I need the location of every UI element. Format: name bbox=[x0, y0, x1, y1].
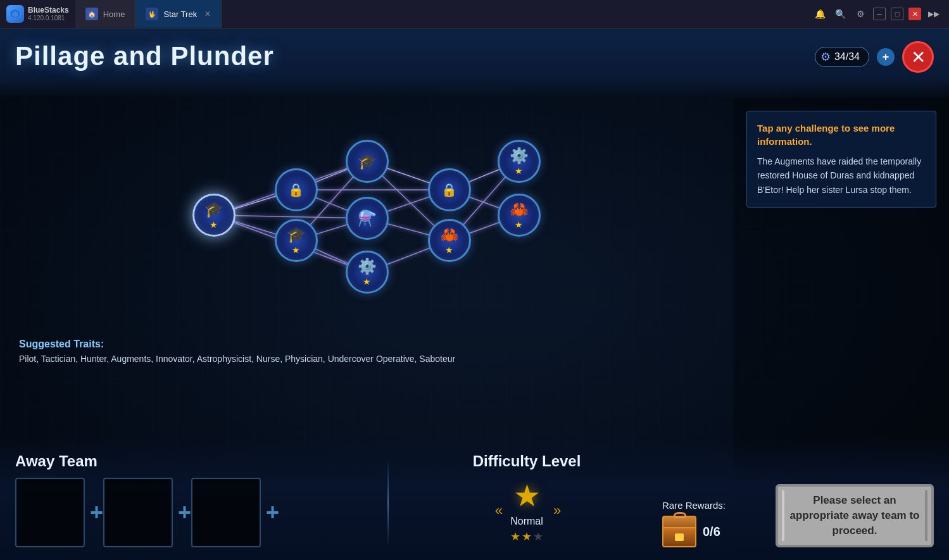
node-4-icon: ⚙️ bbox=[358, 258, 377, 275]
node-1-icon: 🎓 bbox=[204, 201, 223, 218]
node-8-icon: ⚙️ bbox=[510, 147, 529, 165]
diff-star-3: ★ bbox=[533, 530, 543, 544]
synergy-badge: ⚙ 34/34 bbox=[815, 47, 869, 67]
separator bbox=[387, 459, 389, 547]
notification-icon[interactable]: 🔔 bbox=[812, 6, 827, 22]
rare-reward-item: 0/6 bbox=[662, 516, 720, 547]
node-1-star: ★ bbox=[210, 220, 218, 230]
tab-startrek-label: Star Trek bbox=[163, 9, 197, 19]
node-9-star: ★ bbox=[445, 245, 453, 255]
difficulty-display: ★ Normal ★ ★ ★ bbox=[510, 478, 543, 544]
svg-line-6 bbox=[214, 215, 367, 218]
node-3-star: ★ bbox=[292, 245, 300, 255]
challenge-node-5[interactable]: 🎓 bbox=[346, 140, 389, 183]
add-synergy-button[interactable]: + bbox=[877, 48, 895, 66]
member-slots: + + + bbox=[15, 478, 382, 547]
proceed-button[interactable]: Please select an appropriate away team t… bbox=[776, 484, 934, 547]
traits-text: Pilot, Tactician, Hunter, Augments, Inno… bbox=[19, 352, 721, 366]
window-controls: 🔔 🔍 ⚙ ─ □ ✕ ▶▶ bbox=[812, 6, 949, 22]
tab-home-label: Home bbox=[103, 9, 125, 19]
away-team-slot-2[interactable] bbox=[103, 478, 173, 547]
difficulty-controls: « ★ Normal ★ ★ ★ » bbox=[406, 478, 647, 544]
node-10-star: ★ bbox=[515, 220, 523, 230]
challenge-network: 🎓 ★ 🔒 🎓 ★ ⚙️ ★ bbox=[171, 104, 563, 320]
slot-plus-1: + bbox=[90, 499, 103, 526]
mission-title: Pillage and Plunder bbox=[15, 41, 274, 72]
difficulty-title: Difficulty Level bbox=[406, 452, 647, 470]
proceed-button-text: Please select an appropriate away team t… bbox=[778, 493, 931, 538]
synergy-value: 34/34 bbox=[834, 51, 860, 63]
away-team-slot-1[interactable] bbox=[15, 478, 85, 547]
close-window-button[interactable]: ✕ bbox=[908, 8, 921, 20]
chest-body bbox=[662, 527, 696, 547]
rare-count: 0/6 bbox=[703, 525, 720, 539]
search-icon[interactable]: 🔍 bbox=[833, 6, 848, 22]
close-mission-button[interactable]: ✕ bbox=[902, 41, 934, 73]
away-team-slot-3[interactable] bbox=[191, 478, 261, 547]
node-7-icon: 🔒 bbox=[441, 182, 457, 197]
minimize-button[interactable]: ─ bbox=[873, 8, 886, 20]
chest-icon bbox=[662, 516, 698, 547]
slot-plus-2: + bbox=[178, 499, 191, 526]
header-controls: ⚙ 34/34 + ✕ bbox=[815, 41, 934, 73]
header-bar: Pillage and Plunder ⚙ 34/34 + ✕ bbox=[0, 28, 949, 98]
maximize-button[interactable]: □ bbox=[891, 8, 903, 20]
challenge-node-9[interactable]: 🦀 ★ bbox=[428, 219, 471, 262]
home-tab-icon: 🏠 bbox=[85, 8, 98, 20]
traits-label: Suggested Traits: bbox=[19, 339, 721, 350]
difficulty-level-label: Normal bbox=[510, 516, 543, 527]
info-box: Tap any challenge to see more informatio… bbox=[746, 111, 936, 208]
away-team-title: Away Team bbox=[15, 452, 382, 470]
synergy-icon: ⚙ bbox=[820, 50, 831, 64]
game-area: Pillage and Plunder ⚙ 34/34 + ✕ bbox=[0, 28, 949, 560]
settings-icon[interactable]: ⚙ bbox=[853, 6, 868, 22]
bluestacks-logo bbox=[6, 5, 24, 23]
node-3-icon: 🎓 bbox=[287, 226, 306, 244]
rare-rewards-section: Rare Rewards: 0/6 bbox=[647, 452, 726, 547]
rare-rewards-label: Rare Rewards: bbox=[662, 500, 726, 511]
difficulty-stars-row: ★ ★ ★ bbox=[510, 530, 543, 544]
app-name-text: BlueStacks 4.120.0.1081 bbox=[28, 6, 69, 22]
difficulty-section: Difficulty Level « ★ Normal ★ ★ ★ » bbox=[394, 452, 647, 547]
info-description: The Augments have raided the temporally … bbox=[757, 154, 926, 197]
expand-icon[interactable]: ▶▶ bbox=[926, 6, 941, 22]
tab-home[interactable]: 🏠 Home bbox=[75, 0, 136, 28]
titlebar: BlueStacks 4.120.0.1081 🏠 Home 🖖 Star Tr… bbox=[0, 0, 949, 28]
difficulty-next-button[interactable]: » bbox=[553, 502, 558, 519]
node-5-icon: 🎓 bbox=[358, 152, 377, 170]
challenge-node-6[interactable]: ⚗️ bbox=[346, 197, 389, 240]
startrek-tab-icon: 🖖 bbox=[146, 8, 158, 20]
node-8-star: ★ bbox=[515, 166, 523, 176]
proceed-section: Please select an appropriate away team t… bbox=[726, 452, 934, 547]
diff-star-2: ★ bbox=[522, 530, 532, 544]
traits-section: Suggested Traits: Pilot, Tactician, Hunt… bbox=[13, 332, 721, 370]
node-2-icon: 🔒 bbox=[288, 182, 304, 197]
node-9-icon: 🦀 bbox=[440, 226, 459, 244]
challenge-node-8[interactable]: ⚙️ ★ bbox=[498, 140, 541, 183]
challenge-node-10[interactable]: 🦀 ★ bbox=[498, 194, 541, 237]
chest-lock bbox=[675, 533, 684, 541]
challenge-node-1[interactable]: 🎓 ★ bbox=[192, 194, 236, 237]
tab-close[interactable]: ✕ bbox=[204, 9, 211, 18]
bottom-section: Away Team + + + bbox=[0, 437, 949, 560]
difficulty-prev-button[interactable]: « bbox=[495, 502, 500, 519]
tab-startrek[interactable]: 🖖 Star Trek ✕ bbox=[135, 0, 222, 28]
node-10-icon: 🦀 bbox=[510, 201, 529, 218]
node-6-icon: ⚗️ bbox=[358, 209, 377, 227]
info-hint-text: Tap any challenge to see more informatio… bbox=[757, 121, 926, 148]
challenge-node-2[interactable]: 🔒 bbox=[275, 168, 318, 211]
bottom-inner: Away Team + + + bbox=[0, 452, 949, 547]
slot-plus-3: + bbox=[266, 499, 279, 526]
chest-handle bbox=[674, 512, 686, 518]
app-logo-area: BlueStacks 4.120.0.1081 bbox=[0, 5, 75, 23]
diff-star-1: ★ bbox=[510, 530, 520, 544]
challenge-node-3[interactable]: 🎓 ★ bbox=[275, 219, 318, 262]
difficulty-star-icon: ★ bbox=[513, 478, 541, 513]
node-4-star: ★ bbox=[363, 277, 371, 287]
away-team-section: Away Team + + + bbox=[15, 452, 382, 547]
challenge-node-7[interactable]: 🔒 bbox=[428, 168, 471, 211]
challenge-node-4[interactable]: ⚙️ ★ bbox=[346, 251, 389, 294]
